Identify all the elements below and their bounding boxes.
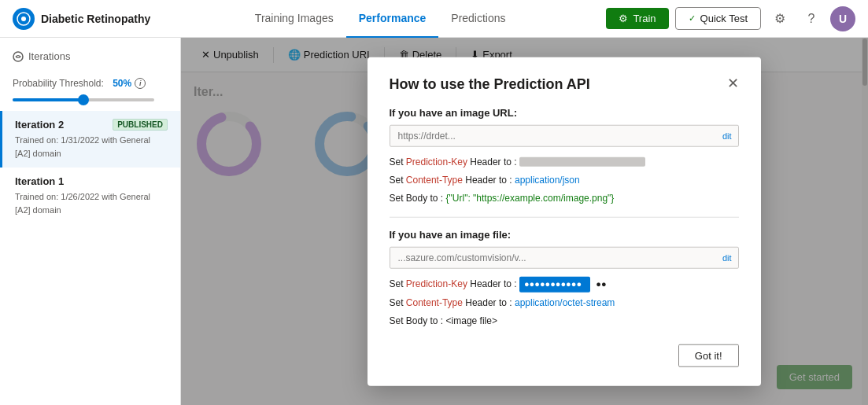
help-icon[interactable]: ? <box>799 6 824 31</box>
prob-threshold-row: Probability Threshold: 50% i <box>0 72 180 95</box>
app-logo-icon <box>13 8 35 30</box>
body-line: Set Body to : {"Url": "https://example.c… <box>390 191 739 206</box>
content-type-line: Set Content-Type Header to : application… <box>390 172 739 187</box>
content-type-line-2: Set Content-Type Header to : application… <box>390 295 739 310</box>
probability-slider[interactable] <box>13 98 154 101</box>
section2-heading: If you have an image file: <box>390 229 739 241</box>
settings-icon[interactable]: ⚙ <box>767 6 792 31</box>
tab-training-images[interactable]: Training Images <box>242 0 346 38</box>
url-edit-button-1[interactable]: dit <box>716 131 738 140</box>
iter-1-info: Trained on: 1/26/2022 with General [A2] … <box>15 190 168 216</box>
nav-actions: ⚙ Train ✓ Quick Test ⚙ ? U <box>606 6 855 31</box>
prediction-api-modal: How to use the Prediction API ✕ If you h… <box>368 57 761 386</box>
key-selected-box: ●●●●●●●●●●● <box>519 277 590 293</box>
section1-heading: If you have an image URL: <box>390 106 739 118</box>
published-badge: PUBLISHED <box>113 119 168 131</box>
modal-close-button[interactable]: ✕ <box>727 75 739 90</box>
app-title: Diabetic Retinopathy <box>41 13 150 25</box>
slider-thumb[interactable] <box>78 94 89 105</box>
nav-tabs: Training Images Performance Predictions <box>173 0 587 38</box>
modal-header: How to use the Prediction API ✕ <box>390 75 739 92</box>
avatar[interactable]: U <box>830 6 855 31</box>
sidebar: Iterations Probability Threshold: 50% i … <box>0 38 181 405</box>
slider-fill <box>13 98 83 101</box>
modal-title: How to use the Prediction API <box>390 75 590 92</box>
tab-performance[interactable]: Performance <box>346 0 439 38</box>
top-nav: Diabetic Retinopathy Training Images Per… <box>0 0 868 38</box>
iteration-item-1[interactable]: Iteration 1 Trained on: 1/26/2022 with G… <box>0 168 180 224</box>
iteration-item-2[interactable]: Iteration 2 PUBLISHED Trained on: 1/31/2… <box>0 111 180 168</box>
svg-point-2 <box>13 52 23 61</box>
prob-value: 50% <box>113 78 131 89</box>
quick-test-button[interactable]: ✓ Quick Test <box>675 7 761 30</box>
main-layout: Iterations Probability Threshold: 50% i … <box>0 38 868 405</box>
train-button[interactable]: ⚙ Train <box>606 8 668 29</box>
url-input-1[interactable] <box>390 125 716 145</box>
tab-predictions[interactable]: Predictions <box>438 0 518 38</box>
url-edit-button-2[interactable]: dit <box>716 253 738 263</box>
iterations-icon <box>13 51 24 62</box>
sidebar-iterations-header: Iterations <box>0 50 180 72</box>
iterations-label: Iterations <box>13 50 168 62</box>
svg-point-1 <box>21 17 26 21</box>
got-it-button[interactable]: Got it! <box>678 344 739 367</box>
prob-info-icon[interactable]: i <box>135 78 146 89</box>
modal-footer: Got it! <box>390 344 739 367</box>
iter-2-info: Trained on: 1/31/2022 with General [A2] … <box>15 134 168 160</box>
url-input-row-2: dit <box>390 247 739 269</box>
url-input-row-1: dit <box>390 124 739 146</box>
modal-divider <box>390 217 739 218</box>
body-line-2: Set Body to : <image file> <box>390 314 739 329</box>
content-area: ✕ Unpublish 🌐 Prediction URI 🗑 Delete ⬇ … <box>181 38 868 405</box>
key-masked-bar <box>519 157 645 167</box>
url-input-2[interactable] <box>390 248 716 268</box>
prediction-key-line: Set Prediction-Key Header to : <box>390 154 739 169</box>
prediction-key-line-2: Set Prediction-Key Header to : ●●●●●●●●●… <box>390 277 739 293</box>
logo-area: Diabetic Retinopathy <box>13 8 154 30</box>
